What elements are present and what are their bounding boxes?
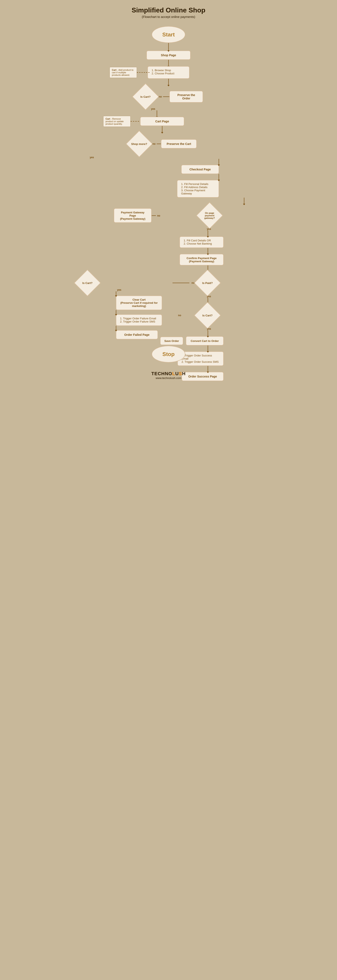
page-wrapper: Simplified Online Shop (Flowchart to acc… [110, 0, 227, 980]
browse-shop-node: 1. Browse Shop 2. Choose Product [148, 66, 189, 79]
checkout-page-node: Checkout Page [181, 165, 219, 174]
cart-page-node: Cart Page [140, 117, 184, 126]
payment-gateway-page-node: Payment Gateway Page (Payment Gateway) [114, 208, 152, 223]
arrow-isCart-cartPage [157, 110, 157, 117]
arrow-details-onPage [244, 197, 244, 204]
footer-url: www.technolush.com [151, 377, 186, 380]
onPage-diamond: On page payment gateway? [198, 204, 221, 227]
order-success-node: Order Success Page [181, 372, 224, 381]
no-label-shopMore: no [153, 142, 156, 145]
arrow-isCartBottom-clearCart [116, 291, 116, 296]
page-title: Simplified Online Shop [132, 6, 205, 14]
arrow-fillCard-confirm [208, 248, 208, 254]
arrow-isCartAfterPaid-convertCart [208, 330, 208, 336]
page-subtitle: (Flowchart to accept online payments) [142, 15, 195, 19]
arrow-clearCart-triggerFailure [116, 310, 116, 314]
no-label-isCart: no [159, 95, 162, 98]
start-node: Start [152, 26, 185, 43]
arrow-onPage-fillCard [208, 231, 208, 236]
save-order-node: Save Order [160, 337, 183, 345]
onPage-row: Payment Gateway Page (Payment Gateway) n… [110, 204, 227, 227]
convert-cart-node: Convert Cart to Order [186, 336, 224, 345]
brand-logo: TECHNOLUSH [151, 371, 186, 377]
checkout-details-node: 1. Fill Personal Details 2. Fill Address… [177, 180, 219, 197]
isCart-diamond: Is Cart? [134, 85, 157, 108]
isCartBottom-diamond: Is Cart? [76, 271, 99, 294]
yes-label-isCart: yes [151, 107, 155, 110]
yes-label-shopMore: yes [90, 156, 94, 159]
isPaid-row: Is Cart? no Is Paid? [110, 271, 219, 294]
stop-node: Stop [152, 346, 185, 363]
shop-page-node: Shop Page [146, 51, 191, 60]
note2-box: Cart - Remove product or update product … [103, 116, 130, 127]
arrow-cart-shopMore [162, 126, 162, 132]
arrow-browse-isCart [168, 79, 169, 85]
arrow-preserveCart-checkout [219, 159, 219, 165]
fill-card-node: 1. Fill Card Details OR 2. Choose Net Ba… [180, 236, 224, 248]
browse-row: Cart - Add product to cart if multiple p… [110, 66, 227, 79]
no-label-onPage: no [157, 214, 160, 217]
preserve-order-node: Preserve the Order [169, 91, 203, 103]
isPaid-diamond: Is Paid? [196, 271, 219, 294]
arrow-start-shop [168, 43, 169, 51]
arrow-shop-browse [168, 60, 169, 66]
no-label-isCartAfterPaid: no [178, 314, 181, 317]
shopMore-diamond: Shop more? [128, 132, 151, 156]
confirm-payment-node: Confirm Payment Page (Payment Gateway) [180, 254, 224, 266]
cartPage-row: Cart - Remove product or update product … [103, 117, 221, 126]
arrow-checkout-details [219, 174, 219, 180]
arrow-convertCart-triggerSuccess [208, 345, 208, 352]
isCart-row: Is Cart? no Preserve the Order [110, 85, 227, 108]
shopMore-row: Shop more? no Preserve the Cart [103, 132, 221, 156]
arrow-triggerFailure-orderFailed [116, 326, 116, 330]
preserve-cart-node: Preserve the Cart [161, 139, 197, 148]
footer: TECHNOLUSH www.technolush.com [151, 371, 186, 380]
isCartAfterPaid-diamond: Is Cart? [196, 304, 219, 327]
order-failed-node: Order Failed Page [116, 330, 158, 339]
note1-box: Cart - Add product to cart if multiple p… [110, 67, 137, 78]
arrow-triggerSuccess-orderSuccess [208, 366, 208, 372]
isCartAfterPaid-row: no Is Cart? [110, 304, 219, 327]
